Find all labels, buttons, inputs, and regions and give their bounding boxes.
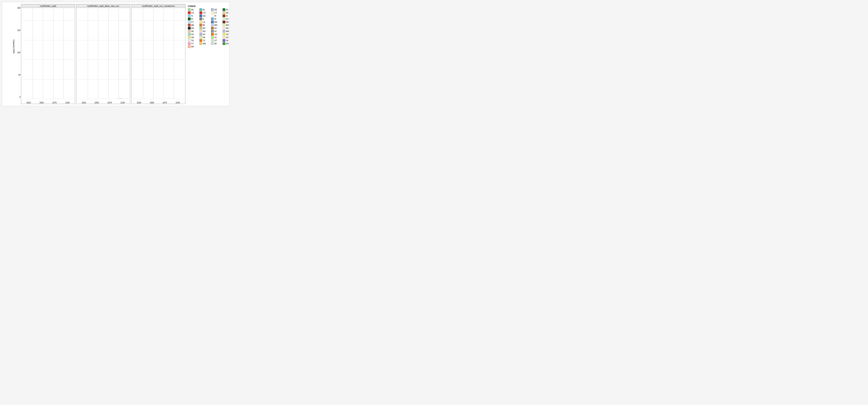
panel-3: rcp45hotter_ssp5_nuc_moratorium [131,4,185,104]
legend-swatch-FL [188,14,191,17]
legend-item-NV: NV [188,33,198,36]
legend-swatch-IL [199,18,202,20]
legend-label-MN: MN [214,24,217,26]
legend-label-IL: IL [203,18,204,20]
legend-swatch-AK [188,8,191,11]
legend-label-IN: IN [214,18,216,20]
legend-label-TX: TX [203,39,205,42]
legend-label-NY: NY [203,33,206,35]
legend-swatch-DE [223,11,225,14]
legend-swatch-KY [188,21,191,23]
legend-swatch-OR [188,36,191,39]
panel-2-x-labels: 2025 2050 2075 2100 [78,102,129,104]
legend-swatch-NY [199,33,202,36]
x-label-2100-p2: 2100 [120,102,125,104]
legend-item-IL: IL [199,18,210,20]
legend-item-AK: AK [188,8,198,11]
legend-label-HI: HI [214,15,216,17]
legend-swatch-MI [199,24,202,26]
legend-item-OR: OR [188,36,198,39]
legend-label-WI: WI [214,42,217,45]
legend-item-GA: GA [199,14,210,17]
legend-swatch-OH [211,33,214,36]
panel-3-plot: 2025 2050 2075 2100 [131,8,185,104]
legend-swatch-MT [199,27,202,30]
x-label-2050-p3: 2050 [150,102,154,104]
x-label-2075-p1: 2075 [52,102,57,104]
legend-swatch-VA [223,39,225,42]
legend-swatch-ID [188,18,191,20]
panel-2-title: rcp45hotter_ssp5_allow_new_nuc [76,4,130,8]
legend-item-CO: CO [199,11,210,14]
legend-label-TN: TN [191,39,194,42]
legend-swatch-MO [223,24,225,26]
legend-label-WV: WV [226,42,229,45]
legend-label-OR: OR [191,36,194,38]
legend-label-MO: MO [226,24,229,26]
panel-1-title: rcp45hotter_ssp5 [21,4,75,8]
legend-swatch-WI [211,42,214,45]
legend-label-OK: OK [226,33,228,35]
legend-swatch-NC [211,27,214,30]
legend-item-VA: VA [223,39,231,42]
legend-swatch-TX [199,39,202,42]
x-label-2025-p1: 2025 [26,102,31,104]
legend-swatch-TN [188,39,191,42]
legend-label-CA: CA [191,12,194,14]
legend-label-NE: NE [191,30,194,32]
legend-swatch-LA [199,21,202,23]
legend-label-NM: NM [226,30,229,32]
legend-swatch-WY [188,45,191,48]
panel-1-x-labels: 2025 2050 2075 2100 [22,102,74,104]
legend-swatch-SC [211,36,214,39]
legend-label-NH: NH [203,30,206,32]
legend-label-NJ: NJ [214,30,217,32]
legend-item-WV: WV [223,42,231,45]
legend-item-AZ: AZ [223,8,231,11]
legend-item-NJ: NJ [211,30,222,33]
legend-swatch-MA [211,21,214,23]
legend-item-AL: AL [199,8,210,11]
legend-item-NY: NY [199,33,210,36]
legend-label-SD: SD [226,36,228,38]
legend-label-IA: IA [226,15,227,17]
legend-swatch-NE [188,30,191,33]
legend-label-LA: LA [203,21,205,23]
legend-label-MS: MS [191,27,194,29]
x-label-2100-p1: 2100 [65,102,69,104]
legend-item-OH: OH [211,33,222,36]
legend-item-SC: SC [211,36,222,39]
legend-item-KY: KY [188,21,198,23]
legend-item-MI: MI [199,24,210,26]
legend-label-WA: WA [203,42,206,45]
legend-swatch-CO [199,11,202,14]
legend-item-ID: ID [188,18,198,20]
y-axis-ticks: 0 50 100 150 200 [14,7,21,98]
legend-swatch-NM [223,30,225,33]
legend-item-AR: AR [211,8,222,11]
legend-item-IN: IN [211,18,222,20]
legend-item-MA: MA [211,21,222,23]
legend-item-MD: MD [223,21,231,23]
legend-label-KY: KY [191,21,194,23]
legend-item-WI: WI [211,42,222,45]
legend-label-GA: GA [203,15,206,17]
panel-3-bars [132,9,184,99]
legend-swatch-ND [223,27,225,30]
legend-label-SC: SC [214,36,217,38]
legend-item-CA: CA [188,11,198,14]
legend-label-OH: OH [214,33,217,35]
legend-grid: AKALARAZCACOCTDEFLGAHIIAIDILINKSKYLAMAMD… [188,8,227,48]
legend-item-NM: NM [223,30,231,33]
legend-label-FL: FL [191,15,193,17]
legend-item-TX: TX [199,39,210,42]
legend-swatch-VT [188,42,191,45]
legend-item-ND: ND [223,27,231,30]
panel-2-plot: 2025 2050 2075 2100 [76,8,130,104]
legend-swatch-IA [223,14,225,17]
legend-item-WY: WY [188,45,198,48]
legend-swatch-HI [211,14,214,17]
panel-1: rcp45hotter_ssp5 [21,4,75,104]
legend-swatch-MN [211,24,214,26]
x-label-2075-p2: 2075 [107,102,112,104]
